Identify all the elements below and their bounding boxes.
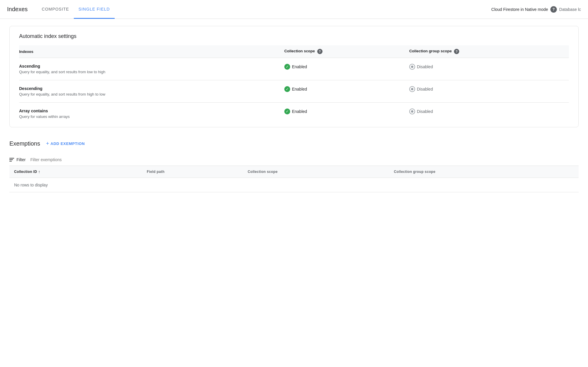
status-enabled: ✓ Enabled: [284, 64, 307, 70]
index-desc: Query for values within arrays: [19, 114, 280, 119]
status-enabled: ✓ Enabled: [284, 86, 307, 92]
nav-right: Cloud Firestore in Native mode ? Databas…: [491, 6, 581, 13]
disabled-icon: [409, 109, 415, 114]
index-name: Array contains: [19, 109, 280, 113]
database-label: Database lc: [559, 7, 581, 12]
check-icon: ✓: [284, 86, 290, 92]
collection-id-sort-header[interactable]: Collection ID ↑: [14, 169, 40, 174]
status-enabled: ✓ Enabled: [284, 109, 307, 114]
exemptions-col-collection-group-scope: Collection group scope: [389, 166, 579, 178]
status-label: Enabled: [292, 109, 307, 114]
status-disabled: Disabled: [409, 64, 433, 70]
index-desc: Query for equality, and sort results fro…: [19, 92, 280, 96]
col-header-indexes: Indexes: [19, 45, 284, 58]
col-header-collection-group-scope: Collection group scope ?: [409, 45, 569, 58]
collection-scope-cell: ✓ Enabled: [284, 80, 409, 103]
status-disabled: Disabled: [409, 109, 433, 114]
filter-label: Filter: [9, 157, 26, 162]
collection-scope-cell: ✓ Enabled: [284, 103, 409, 125]
add-icon: +: [46, 141, 49, 146]
main-content: Automatic index settings Indexes Collect…: [0, 19, 588, 199]
add-exemption-button[interactable]: + ADD EXEMPTION: [44, 139, 87, 148]
collection-scope-cell: ✓ Enabled: [284, 58, 409, 80]
check-icon: ✓: [284, 64, 290, 70]
tab-single-field[interactable]: SINGLE FIELD: [74, 0, 115, 19]
table-row: Array containsQuery for values within ar…: [19, 103, 569, 125]
index-name: Descending: [19, 86, 280, 91]
index-cell: DescendingQuery for equality, and sort r…: [19, 80, 284, 103]
exemptions-section: Exemptions + ADD EXEMPTION Filter: [9, 139, 579, 192]
nav-tabs: COMPOSITE SINGLE FIELD: [37, 0, 491, 19]
exemptions-title: Exemptions: [9, 140, 40, 147]
status-disabled: Disabled: [409, 86, 433, 92]
top-nav: Indexes COMPOSITE SINGLE FIELD Cloud Fir…: [0, 0, 588, 19]
status-label: Enabled: [292, 87, 307, 91]
collection-group-scope-help-icon[interactable]: ?: [454, 49, 459, 54]
col-header-collection-scope: Collection scope ?: [284, 45, 409, 58]
exemptions-table: Collection ID ↑ Field path Collection sc…: [9, 166, 579, 192]
disabled-icon: [409, 86, 415, 92]
exemptions-col-collection-scope: Collection scope: [243, 166, 389, 178]
table-row: AscendingQuery for equality, and sort re…: [19, 58, 569, 80]
index-cell: AscendingQuery for equality, and sort re…: [19, 58, 284, 80]
no-rows-message: No rows to display: [9, 178, 579, 192]
table-row: DescendingQuery for equality, and sort r…: [19, 80, 569, 103]
settings-card: Automatic index settings Indexes Collect…: [9, 26, 579, 127]
status-label: Disabled: [417, 64, 433, 69]
filter-bar: Filter: [9, 154, 579, 166]
status-label: Disabled: [417, 109, 433, 114]
disabled-icon: [409, 64, 415, 70]
index-name: Ascending: [19, 64, 280, 69]
index-desc: Query for equality, and sort results fro…: [19, 70, 280, 74]
collection-group-scope-cell: Disabled: [409, 103, 569, 125]
collection-scope-help-icon[interactable]: ?: [317, 49, 323, 54]
page-title: Indexes: [7, 6, 28, 13]
tab-composite[interactable]: COMPOSITE: [37, 0, 74, 19]
exemptions-header: Exemptions + ADD EXEMPTION: [9, 139, 579, 148]
settings-card-title: Automatic index settings: [19, 33, 569, 39]
sort-asc-icon: ↑: [38, 169, 40, 174]
collection-group-scope-cell: Disabled: [409, 58, 569, 80]
filter-lines-icon[interactable]: [9, 158, 14, 161]
index-table: Indexes Collection scope ? Collection gr…: [19, 45, 569, 125]
empty-row: No rows to display: [9, 178, 579, 192]
help-icon[interactable]: ?: [550, 6, 557, 13]
status-label: Disabled: [417, 87, 433, 91]
firestore-mode-label: Cloud Firestore in Native mode: [491, 7, 548, 12]
check-icon: ✓: [284, 109, 290, 114]
exemptions-col-collection-id: Collection ID ↑: [9, 166, 142, 178]
status-label: Enabled: [292, 64, 307, 69]
collection-group-scope-cell: Disabled: [409, 80, 569, 103]
filter-input[interactable]: [30, 157, 579, 162]
index-cell: Array containsQuery for values within ar…: [19, 103, 284, 125]
exemptions-col-field-path: Field path: [142, 166, 243, 178]
